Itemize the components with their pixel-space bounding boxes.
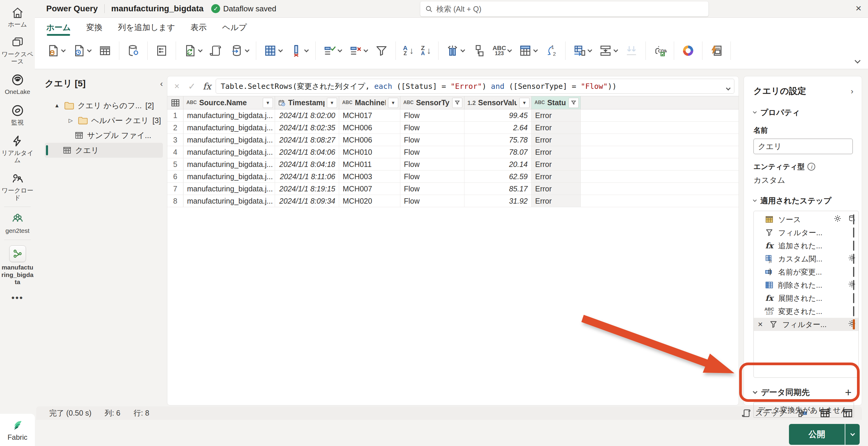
- sidebar-item-manufacturing-bigdata[interactable]: manufacturing_bigdata: [0, 241, 35, 289]
- step-renamed-columns[interactable]: 名前が変更...: [754, 265, 859, 279]
- append-queries-button[interactable]: [596, 41, 620, 61]
- cell-timestamp[interactable]: 2024/1/1 8:02:00: [275, 109, 339, 121]
- column-header-sensor-value[interactable]: 1.2 SensorValue ▼: [464, 96, 531, 109]
- cell-machine-id[interactable]: MCH006: [339, 134, 400, 146]
- cell-sensor-value[interactable]: 75.78: [464, 134, 531, 146]
- query-item-query[interactable]: クエリ: [45, 143, 163, 158]
- sidebar-item-workloads[interactable]: ワークロード: [0, 168, 35, 205]
- delete-step-icon[interactable]: ×: [756, 320, 765, 329]
- column-menu-button[interactable]: ▼: [327, 98, 337, 108]
- add-destination-button[interactable]: +: [845, 387, 851, 398]
- sidebar-item-home[interactable]: ホーム: [0, 0, 35, 32]
- cell-source-name[interactable]: manufacturing_bigdata.j...: [183, 170, 275, 183]
- step-settings-gear-icon[interactable]: [848, 280, 856, 290]
- chevron-expanded-icon[interactable]: ▲: [53, 102, 61, 109]
- cell-sensor-type[interactable]: Flow: [400, 146, 464, 158]
- cell-status[interactable]: Error: [531, 134, 581, 146]
- collapse-pane-icon[interactable]: ‹: [160, 79, 163, 89]
- diagnostics-button[interactable]: [707, 41, 726, 61]
- properties-section-header[interactable]: プロパティ: [753, 107, 854, 118]
- cell-status[interactable]: Error: [531, 146, 581, 158]
- data-source-query-icon[interactable]: ?: [848, 214, 856, 224]
- cell-status[interactable]: Error: [531, 158, 581, 170]
- cell-sensor-type[interactable]: Flow: [400, 122, 464, 133]
- cell-source-name[interactable]: manufacturing_bigdata.j...: [183, 183, 275, 195]
- tab-transform[interactable]: 変換: [86, 22, 102, 36]
- cell-timestamp[interactable]: 2024/1/1 8:02:35: [275, 122, 339, 133]
- step-invoked-custom-function[interactable]: fx カスタム関...: [754, 252, 859, 265]
- sort-ascending-button[interactable]: AZ ↓: [400, 42, 417, 59]
- cancel-formula-icon[interactable]: ×: [170, 81, 183, 91]
- cell-sensor-value[interactable]: 62.59: [464, 170, 531, 183]
- tab-add-column[interactable]: 列を追加します: [118, 22, 175, 36]
- publish-button[interactable]: 公開: [789, 424, 845, 445]
- cell-machine-id[interactable]: MCH010: [339, 146, 400, 158]
- cell-source-name[interactable]: manufacturing_bigdata.j...: [183, 109, 275, 121]
- column-header-timestamp[interactable]: Timestamp ▼: [275, 96, 339, 109]
- data-type-button[interactable]: ABC123: [490, 42, 514, 59]
- refresh-preview-button[interactable]: [180, 41, 205, 61]
- filter-button[interactable]: [372, 41, 391, 61]
- cell-timestamp[interactable]: 2024/1/1 8:04:06: [275, 146, 339, 158]
- publish-dropdown-button[interactable]: [845, 424, 860, 445]
- sidebar-item-gen2test[interactable]: gen2test: [0, 208, 35, 238]
- cell-machine-id[interactable]: MCH003: [339, 170, 400, 183]
- combine-files-button[interactable]: [622, 41, 641, 61]
- cell-status[interactable]: Error: [531, 195, 581, 207]
- row-number[interactable]: 1: [167, 109, 183, 121]
- tab-home[interactable]: ホーム: [46, 22, 71, 36]
- row-number[interactable]: 6: [167, 170, 183, 183]
- commit-formula-icon[interactable]: ✓: [185, 81, 198, 92]
- cell-status[interactable]: Error: [531, 183, 581, 195]
- collapse-settings-icon[interactable]: ›: [851, 87, 854, 96]
- cell-sensor-type[interactable]: Flow: [400, 109, 464, 121]
- cell-machine-id[interactable]: MCH006: [339, 122, 400, 133]
- remove-rows-button[interactable]: [346, 41, 370, 61]
- cell-sensor-type[interactable]: Flow: [400, 134, 464, 146]
- collapse-ribbon-button[interactable]: [856, 59, 860, 65]
- cell-sensor-value[interactable]: 20.14: [464, 158, 531, 170]
- cell-machine-id[interactable]: MCH007: [339, 183, 400, 195]
- sidebar-item-realtime[interactable]: リアルタイム: [0, 130, 35, 168]
- formula-input[interactable]: Table.SelectRows(変更された列タイプ, each ([Statu…: [216, 79, 734, 94]
- step-added-custom[interactable]: fx 追加された...: [754, 239, 859, 252]
- recent-sources-button[interactable]: [69, 41, 94, 61]
- column-menu-button[interactable]: ▼: [263, 98, 273, 108]
- cell-source-name[interactable]: manufacturing_bigdata.j...: [183, 134, 275, 146]
- sidebar-item-monitor[interactable]: 監視: [0, 100, 35, 130]
- applied-steps-section-header[interactable]: 適用されたステップ: [753, 196, 854, 206]
- column-filter-button[interactable]: [452, 98, 462, 108]
- cell-status[interactable]: Error: [531, 170, 581, 183]
- step-settings-gear-icon[interactable]: [833, 214, 842, 224]
- query-item-sample-file[interactable]: サンプル ファイ...: [45, 128, 163, 143]
- cell-sensor-type[interactable]: Flow: [400, 170, 464, 183]
- step-filtered-rows-2[interactable]: × フィルター...: [754, 318, 859, 331]
- cell-sensor-value[interactable]: 31.92: [464, 195, 531, 207]
- map-to-entity-button[interactable]: CDM: [650, 41, 670, 61]
- cell-sensor-value[interactable]: 78.07: [464, 146, 531, 158]
- expand-formula-icon[interactable]: [726, 84, 730, 92]
- cell-status[interactable]: Error: [531, 109, 581, 121]
- cell-sensor-type[interactable]: Flow: [400, 158, 464, 170]
- global-search[interactable]: [420, 1, 708, 17]
- choose-columns-button[interactable]: [260, 41, 285, 61]
- cell-timestamp[interactable]: 2024/1/1 8:04:18: [275, 158, 339, 170]
- sidebar-item-onelake[interactable]: OneLake: [0, 69, 35, 100]
- close-icon[interactable]: ×: [856, 3, 862, 13]
- row-number[interactable]: 2: [167, 122, 183, 133]
- column-header-machine-id[interactable]: ABC MachineID ▼: [339, 96, 400, 109]
- info-icon[interactable]: i: [807, 163, 815, 170]
- cell-source-name[interactable]: manufacturing_bigdata.j...: [183, 122, 275, 133]
- data-source-settings-button[interactable]: [123, 41, 143, 61]
- remove-columns-button[interactable]: [286, 41, 311, 61]
- cell-sensor-value[interactable]: 99.45: [464, 109, 531, 121]
- query-name-input[interactable]: [753, 139, 853, 154]
- cell-sensor-value[interactable]: 85.17: [464, 183, 531, 195]
- column-menu-button[interactable]: ▼: [519, 98, 529, 108]
- step-source[interactable]: ソース ?: [754, 213, 859, 226]
- cell-sensor-type[interactable]: Flow: [400, 195, 464, 207]
- step-settings-gear-icon[interactable]: [848, 254, 856, 264]
- row-number[interactable]: 8: [167, 195, 183, 207]
- cell-machine-id[interactable]: MCH017: [339, 109, 400, 121]
- search-input[interactable]: [436, 5, 704, 13]
